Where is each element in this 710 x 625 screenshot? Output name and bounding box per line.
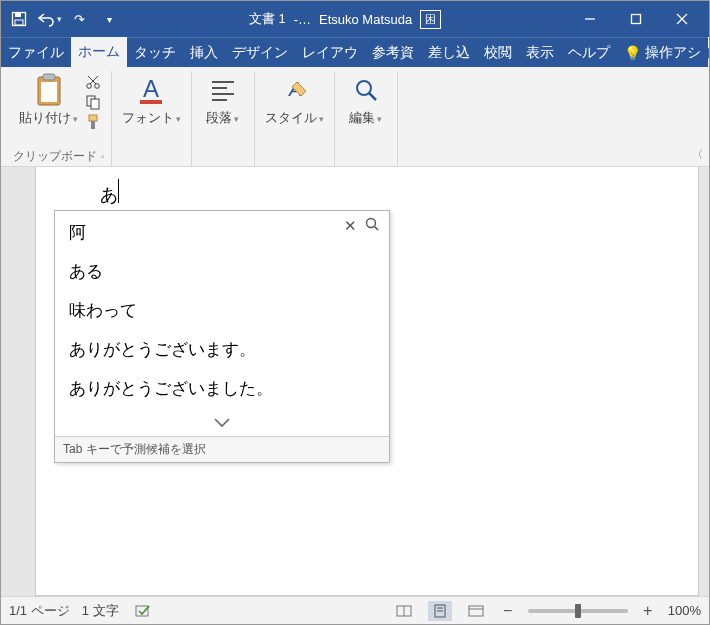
dropdown-icon: ▾ bbox=[234, 114, 239, 124]
dropdown-icon: ▾ bbox=[377, 114, 382, 124]
zoom-in-button[interactable]: + bbox=[640, 602, 656, 620]
svg-text:A: A bbox=[143, 75, 159, 102]
maximize-button[interactable] bbox=[613, 1, 659, 37]
svg-rect-8 bbox=[43, 74, 55, 80]
ime-hint: Tab キーで予測候補を選択 bbox=[55, 436, 389, 462]
proofing-icon[interactable] bbox=[131, 601, 155, 621]
ime-candidate[interactable]: ありがとうございました。 bbox=[55, 369, 389, 408]
dropdown-icon: ▾ bbox=[319, 114, 324, 124]
web-layout-icon[interactable] bbox=[464, 601, 488, 621]
paragraph-label: 段落 bbox=[206, 110, 232, 125]
tab-references[interactable]: 参考資 bbox=[365, 37, 421, 67]
group-style: A スタイル▾ bbox=[255, 71, 335, 166]
tab-layout[interactable]: レイアウ bbox=[295, 37, 365, 67]
group-edit: 編集▾ bbox=[335, 71, 398, 166]
group-font: A フォント▾ bbox=[112, 71, 192, 166]
tellme-label: 操作アシ bbox=[645, 44, 701, 62]
paste-label: 貼り付け bbox=[19, 110, 71, 125]
font-icon: A bbox=[134, 73, 168, 107]
save-icon[interactable] bbox=[5, 5, 33, 33]
svg-rect-35 bbox=[469, 606, 483, 616]
print-layout-icon[interactable] bbox=[428, 601, 452, 621]
dropdown-icon: ▾ bbox=[176, 114, 181, 124]
search-icon bbox=[349, 73, 383, 107]
status-page[interactable]: 1/1 ページ bbox=[9, 602, 70, 620]
title-sep: -… bbox=[294, 12, 311, 27]
tab-file[interactable]: ファイル bbox=[1, 37, 71, 67]
qat-customize-icon[interactable]: ▾ bbox=[95, 5, 123, 33]
clipboard-group-label: クリップボード bbox=[13, 148, 97, 165]
document-area: あ ✕ 阿 ある 味わって ありがとうございます。 ありがとうございました。 T… bbox=[1, 167, 709, 596]
title-text: 文書 1 -… Etsuko Matsuda 困 bbox=[123, 10, 567, 29]
svg-point-27 bbox=[367, 219, 376, 228]
ime-more-icon[interactable] bbox=[55, 408, 389, 436]
zoom-level[interactable]: 100% bbox=[668, 603, 701, 618]
tab-review[interactable]: 校閲 bbox=[477, 37, 519, 67]
titlebar: ▾ ↷ ▾ 文書 1 -… Etsuko Matsuda 困 bbox=[1, 1, 709, 37]
svg-line-26 bbox=[369, 93, 376, 100]
page[interactable]: あ ✕ 阿 ある 味わって ありがとうございます。 ありがとうございました。 T… bbox=[35, 167, 699, 596]
group-paragraph: 段落▾ bbox=[192, 71, 255, 166]
edit-label: 編集 bbox=[349, 110, 375, 125]
doc-name: 文書 1 bbox=[249, 10, 286, 28]
svg-point-11 bbox=[95, 84, 100, 89]
undo-icon[interactable]: ▾ bbox=[35, 5, 63, 33]
lightbulb-icon: 💡 bbox=[624, 45, 641, 61]
svg-rect-9 bbox=[41, 82, 57, 102]
clipboard-icon bbox=[32, 73, 66, 107]
status-wordcount[interactable]: 1 文字 bbox=[82, 602, 119, 620]
svg-rect-15 bbox=[91, 99, 99, 109]
ime-candidate-window: ✕ 阿 ある 味わって ありがとうございます。 ありがとうございました。 Tab… bbox=[54, 210, 390, 463]
style-icon: A bbox=[277, 73, 311, 107]
svg-rect-1 bbox=[15, 13, 21, 17]
zoom-out-button[interactable]: − bbox=[500, 602, 516, 620]
font-button[interactable]: A フォント▾ bbox=[118, 71, 185, 129]
format-painter-icon[interactable] bbox=[84, 113, 102, 131]
tab-view[interactable]: 表示 bbox=[519, 37, 561, 67]
text-cursor bbox=[118, 179, 119, 203]
svg-line-12 bbox=[90, 76, 98, 84]
ime-candidate[interactable]: 阿 bbox=[55, 213, 389, 252]
svg-rect-19 bbox=[140, 100, 162, 104]
account-icon[interactable]: 困 bbox=[420, 10, 441, 29]
paste-button[interactable]: 貼り付け▾ bbox=[15, 71, 82, 129]
group-clipboard: 貼り付け▾ クリップボード▫ bbox=[7, 71, 112, 166]
svg-rect-4 bbox=[632, 15, 641, 24]
font-label: フォント bbox=[122, 110, 174, 125]
svg-line-28 bbox=[375, 227, 379, 231]
svg-point-10 bbox=[87, 84, 92, 89]
tab-design[interactable]: デザイン bbox=[225, 37, 295, 67]
tab-tellme[interactable]: 💡操作アシ bbox=[617, 37, 708, 67]
ribbon-tabs: ファイル ホーム タッチ 挿入 デザイン レイアウ 参考資 差し込 校閲 表示 … bbox=[1, 37, 709, 67]
collapse-ribbon-icon[interactable]: 〈 bbox=[692, 147, 703, 162]
ime-search-icon[interactable] bbox=[365, 217, 379, 235]
copy-icon[interactable] bbox=[84, 93, 102, 111]
svg-rect-17 bbox=[91, 121, 95, 129]
tab-help[interactable]: ヘルプ bbox=[561, 37, 617, 67]
ime-candidate[interactable]: ある bbox=[55, 252, 389, 291]
svg-rect-16 bbox=[89, 115, 97, 121]
tab-touch[interactable]: タッチ bbox=[127, 37, 183, 67]
style-label: スタイル bbox=[265, 110, 317, 125]
dropdown-icon: ▾ bbox=[73, 114, 78, 124]
paragraph-button[interactable]: 段落▾ bbox=[198, 71, 248, 129]
user-name: Etsuko Matsuda bbox=[319, 12, 412, 27]
tab-insert[interactable]: 挿入 bbox=[183, 37, 225, 67]
read-mode-icon[interactable] bbox=[392, 601, 416, 621]
zoom-slider-thumb[interactable] bbox=[575, 604, 581, 618]
style-button[interactable]: A スタイル▾ bbox=[261, 71, 328, 129]
tab-home[interactable]: ホーム bbox=[71, 37, 127, 67]
quick-access-toolbar: ▾ ↷ ▾ bbox=[5, 5, 123, 33]
minimize-button[interactable] bbox=[567, 1, 613, 37]
ime-candidate[interactable]: ありがとうございます。 bbox=[55, 330, 389, 369]
cut-icon[interactable] bbox=[84, 73, 102, 91]
svg-rect-2 bbox=[15, 20, 23, 25]
ime-close-icon[interactable]: ✕ bbox=[344, 217, 357, 235]
ime-candidate[interactable]: 味わって bbox=[55, 291, 389, 330]
tab-mailings[interactable]: 差し込 bbox=[421, 37, 477, 67]
close-button[interactable] bbox=[659, 1, 705, 37]
dialog-launcher-icon[interactable]: ▫ bbox=[101, 151, 105, 162]
edit-button[interactable]: 編集▾ bbox=[341, 71, 391, 129]
redo-icon[interactable]: ↷ bbox=[65, 5, 93, 33]
zoom-slider[interactable] bbox=[528, 609, 628, 613]
